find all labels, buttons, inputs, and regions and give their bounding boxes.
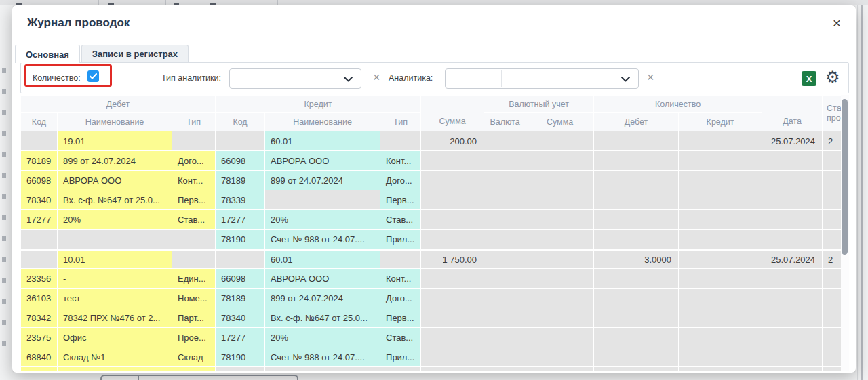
- grid-cell[interactable]: 20%: [265, 210, 380, 229]
- grid-cell[interactable]: Дого...: [380, 289, 420, 308]
- grid-cell[interactable]: 19.01: [58, 131, 172, 150]
- grid-cell[interactable]: [172, 367, 215, 371]
- grid-cell[interactable]: Счет № 988 от 24.07....: [265, 230, 380, 249]
- column-credit-code[interactable]: Код: [216, 113, 264, 131]
- grid-cell[interactable]: Вх. с-ф. №647 от 25.0...: [58, 190, 172, 209]
- grid-cell[interactable]: АВРОРА ООО: [265, 151, 380, 170]
- column-sum[interactable]: Сумма: [421, 96, 484, 131]
- grid-cell[interactable]: [484, 131, 526, 150]
- grid-cell[interactable]: [679, 308, 762, 327]
- grid-cell[interactable]: 66098: [216, 151, 264, 170]
- column-quantity-debit[interactable]: Дебет: [594, 113, 678, 131]
- grid-cell[interactable]: [679, 171, 762, 190]
- column-currency-sum[interactable]: Сумма: [526, 113, 593, 131]
- grid-cell[interactable]: [421, 347, 484, 366]
- grid-cell[interactable]: [762, 190, 822, 209]
- grid-cell[interactable]: [484, 347, 526, 366]
- grid-cell[interactable]: Перв...: [380, 190, 420, 209]
- grid-cell[interactable]: [762, 367, 822, 371]
- grid-cell[interactable]: 25.07.2024: [762, 131, 822, 150]
- grid-cell[interactable]: 78190: [216, 230, 264, 249]
- grid-cell[interactable]: 23575: [21, 328, 57, 347]
- grid-cell[interactable]: [762, 347, 822, 366]
- grid-cell[interactable]: 200.00: [421, 131, 484, 150]
- grid-cell[interactable]: [21, 230, 57, 249]
- gear-icon[interactable]: ⚙: [825, 68, 840, 87]
- analytics-row[interactable]: 78340Вх. с-ф. №647 от 25.0...Перв...7833…: [21, 190, 848, 209]
- grid-cell[interactable]: [421, 210, 484, 229]
- grid-cell[interactable]: [484, 269, 526, 288]
- grid-cell[interactable]: [526, 289, 593, 308]
- grid-cell[interactable]: [172, 249, 215, 268]
- grid-cell[interactable]: Парт...: [172, 308, 215, 327]
- grid-cell[interactable]: [526, 269, 593, 288]
- grid-cell[interactable]: 1 750.00: [421, 249, 484, 268]
- grid-cell[interactable]: [679, 190, 762, 209]
- column-date[interactable]: Дата: [762, 96, 822, 131]
- grid-cell[interactable]: [526, 151, 593, 170]
- grid-cell[interactable]: [484, 151, 526, 170]
- grid-cell[interactable]: 78189: [216, 289, 264, 308]
- grid-cell[interactable]: [679, 151, 762, 170]
- grid-cell[interactable]: [679, 249, 762, 268]
- excel-export-button[interactable]: X: [802, 71, 816, 86]
- grid-cell[interactable]: 78340: [216, 308, 264, 327]
- column-credit-type[interactable]: Тип: [380, 113, 420, 131]
- grid-cell[interactable]: [594, 190, 678, 209]
- grid-cell[interactable]: [484, 190, 526, 209]
- grid-cell[interactable]: [21, 131, 57, 150]
- grid-cell[interactable]: 899 от 24.07.2024: [58, 151, 172, 170]
- grid-cell[interactable]: [216, 367, 264, 371]
- grid-cell[interactable]: [526, 347, 593, 366]
- grid-cell[interactable]: [526, 328, 593, 347]
- grid-cell[interactable]: [594, 289, 678, 308]
- grid-cell[interactable]: [762, 230, 822, 249]
- grid-cell[interactable]: Конт...: [172, 171, 215, 190]
- grid-cell[interactable]: [679, 289, 762, 308]
- grid-cell[interactable]: 78342 ПРХ №476 от 2...: [58, 308, 172, 327]
- grid-cell[interactable]: [526, 308, 593, 327]
- grid-cell[interactable]: [421, 190, 484, 209]
- grid-cell[interactable]: 60.01: [265, 249, 380, 268]
- scrollbar-thumb[interactable]: [842, 99, 848, 255]
- grid-cell[interactable]: Счет № 988 от 24.07....: [265, 347, 380, 366]
- grid-cell[interactable]: [421, 328, 484, 347]
- grid-cell[interactable]: [679, 131, 762, 150]
- vertical-scrollbar[interactable]: [841, 95, 849, 371]
- grid-cell[interactable]: АВРОРА ООО: [58, 171, 172, 190]
- quantity-checkbox[interactable]: [87, 70, 99, 82]
- grid-cell[interactable]: 66098: [21, 171, 57, 190]
- grid-cell[interactable]: 17277: [216, 328, 264, 347]
- grid-cell[interactable]: [380, 367, 420, 371]
- grid-cell[interactable]: [484, 230, 526, 249]
- tab-main[interactable]: Основная: [15, 45, 80, 63]
- analytics-row[interactable]: 36103тестНоме...78189899 от 24.07.2024До…: [21, 289, 848, 308]
- grid-cell[interactable]: Склад: [172, 347, 215, 366]
- grid-cell[interactable]: Конт...: [380, 151, 420, 170]
- grid-cell[interactable]: [594, 230, 678, 249]
- grid-cell[interactable]: [21, 249, 57, 268]
- grid-cell[interactable]: [762, 308, 822, 327]
- grid-cell[interactable]: 68840: [21, 347, 57, 366]
- grid-cell[interactable]: [526, 190, 593, 209]
- grid-cell[interactable]: тест: [58, 289, 172, 308]
- grid-cell[interactable]: [380, 131, 420, 150]
- transaction-row[interactable]: 10.0160.011 750.003.000025.07.20242: [21, 249, 848, 268]
- grid-cell[interactable]: [762, 289, 822, 308]
- grid-cell[interactable]: Став...: [380, 328, 420, 347]
- grid-cell[interactable]: 20%: [58, 210, 172, 229]
- grid-cell[interactable]: Дого...: [380, 171, 420, 190]
- grid-cell[interactable]: [58, 230, 172, 249]
- grid-cell[interactable]: 23356: [21, 269, 57, 288]
- grid-cell[interactable]: [594, 328, 678, 347]
- grid-cell[interactable]: [265, 367, 380, 371]
- column-group-credit[interactable]: Кредит: [216, 96, 420, 112]
- grid-cell[interactable]: 78189: [216, 171, 264, 190]
- analytics-select[interactable]: [445, 68, 639, 89]
- grid-cell[interactable]: Перв...: [172, 190, 215, 209]
- analytics-row[interactable]: 78189899 от 24.07.2024Дого...66098АВРОРА…: [21, 151, 848, 170]
- grid-cell[interactable]: [484, 249, 526, 268]
- grid-cell[interactable]: [762, 171, 822, 190]
- grid-cell[interactable]: [526, 249, 593, 268]
- grid-cell[interactable]: [594, 210, 678, 229]
